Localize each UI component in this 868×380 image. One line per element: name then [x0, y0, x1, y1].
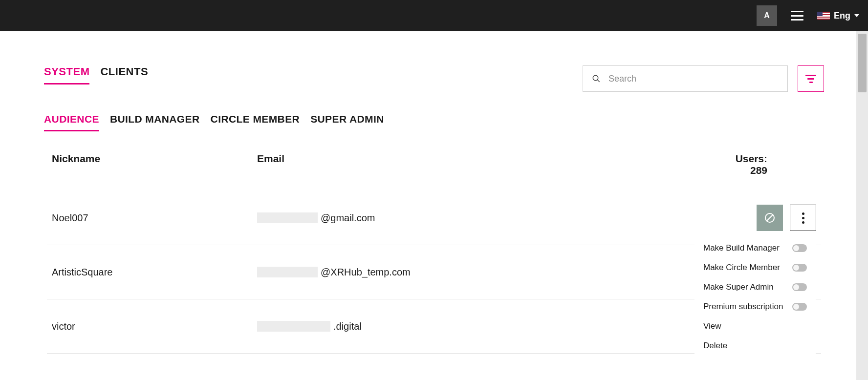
svg-line-1: [597, 80, 600, 82]
redacted-segment: [257, 267, 318, 277]
option-label: Make Circle Member: [703, 263, 780, 273]
email-suffix: .digital: [333, 321, 362, 332]
block-icon: [764, 212, 776, 224]
users-count: Users: 289: [718, 153, 816, 176]
email-suffix: @gmail.com: [321, 212, 375, 224]
svg-line-3: [767, 215, 773, 221]
option-make-super-admin[interactable]: Make Super Admin: [694, 277, 816, 297]
cell-nickname: ArtisticSquare: [52, 267, 257, 278]
tab-super-admin[interactable]: SUPER ADMIN: [310, 113, 384, 131]
cell-email: .digital: [257, 321, 718, 332]
column-email: Email: [257, 153, 718, 176]
hamburger-menu-icon[interactable]: [791, 11, 803, 21]
tab-clients[interactable]: CLIENTS: [100, 65, 148, 84]
redacted-segment: [257, 212, 318, 223]
tab-system[interactable]: SYSTEM: [44, 65, 89, 84]
tab-audience[interactable]: AUDIENCE: [44, 113, 99, 131]
toggle-switch[interactable]: [792, 283, 807, 291]
primary-tabs: SYSTEM CLIENTS: [44, 65, 148, 84]
cell-email: @XRHub_temp.com: [257, 267, 718, 278]
filter-icon: [805, 75, 816, 83]
option-make-circle-member[interactable]: Make Circle Member: [694, 258, 816, 277]
more-options-button[interactable]: Make Build Manager Make Circle Member Ma…: [790, 205, 816, 231]
tab-build-manager[interactable]: BUILD MANAGER: [110, 113, 200, 131]
avatar[interactable]: A: [757, 5, 777, 26]
search-icon: [592, 74, 601, 83]
language-label: Eng: [834, 11, 850, 21]
secondary-tabs: AUDIENCE BUILD MANAGER CIRCLE MEMBER SUP…: [44, 113, 824, 131]
column-nickname: Nickname: [52, 153, 257, 176]
redacted-segment: [257, 321, 330, 332]
table-row: Noel007 @gmail.com Make Build Manager: [44, 191, 824, 245]
search-input[interactable]: [608, 74, 779, 84]
table-body: Noel007 @gmail.com Make Build Manager: [44, 191, 824, 354]
filter-button[interactable]: [798, 65, 824, 92]
block-button[interactable]: [757, 205, 783, 231]
toggle-switch[interactable]: [792, 244, 807, 252]
toggle-switch[interactable]: [792, 264, 807, 272]
table-header: Nickname Email Users: 289: [44, 153, 824, 176]
top-bar: A Eng: [0, 0, 868, 31]
tab-circle-member[interactable]: CIRCLE MEMBER: [211, 113, 300, 131]
cell-nickname: Noel007: [52, 212, 257, 224]
option-delete[interactable]: Delete: [694, 336, 816, 356]
option-label: Make Super Admin: [703, 282, 774, 292]
row-options-dropdown: Make Build Manager Make Circle Member Ma…: [694, 232, 816, 362]
us-flag-icon: [817, 12, 830, 20]
kebab-icon: [802, 212, 804, 224]
option-label: View: [703, 321, 721, 331]
option-label: Premium subscription: [703, 302, 783, 312]
option-label: Make Build Manager: [703, 243, 780, 253]
svg-point-0: [593, 75, 598, 81]
option-make-build-manager[interactable]: Make Build Manager: [694, 238, 816, 258]
cell-nickname: victor: [52, 321, 257, 332]
cell-email: @gmail.com: [257, 212, 718, 224]
option-label: Delete: [703, 341, 727, 351]
chevron-down-icon: [854, 14, 859, 17]
email-suffix: @XRHub_temp.com: [321, 267, 411, 278]
option-view[interactable]: View: [694, 317, 816, 336]
option-premium-subscription[interactable]: Premium subscription: [694, 297, 816, 317]
search-box[interactable]: [583, 65, 788, 92]
page-content: SYSTEM CLIENTS AUDIENCE BUILD MANAGER CI…: [0, 31, 868, 354]
language-selector[interactable]: Eng: [817, 11, 859, 21]
toggle-switch[interactable]: [792, 303, 807, 311]
